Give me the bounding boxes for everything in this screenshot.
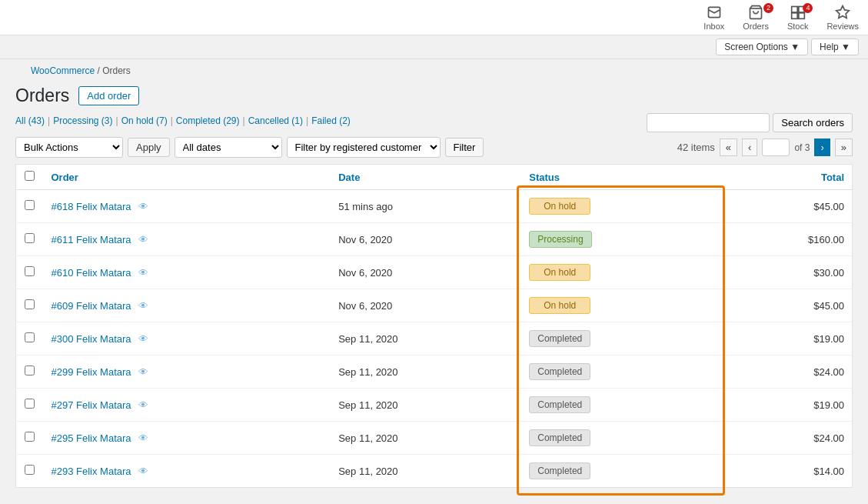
total-column-header[interactable]: Total [720, 165, 853, 190]
screen-options-button[interactable]: Screen Options ▼ [716, 38, 808, 55]
reviews-nav-item[interactable]: Reviews [826, 5, 859, 31]
filter-link-on-hold[interactable]: On hold (7) [121, 115, 168, 126]
date-cell: Nov 6, 2020 [331, 256, 521, 289]
first-page-button[interactable]: « [720, 139, 737, 156]
view-order-icon[interactable]: 👁 [138, 333, 148, 345]
select-all-checkbox[interactable] [25, 171, 35, 181]
orders-table: Order Date Status Total [15, 164, 853, 488]
status-column-header[interactable]: Status [521, 165, 720, 190]
order-link[interactable]: #618 Felix Matara [52, 201, 131, 212]
order-link[interactable]: #300 Felix Matara [52, 333, 131, 345]
status-badge: Completed [529, 396, 590, 413]
order-link[interactable]: #611 Felix Matara [52, 234, 131, 245]
order-link[interactable]: #299 Felix Matara [52, 366, 131, 378]
view-order-icon[interactable]: 👁 [138, 366, 148, 378]
bulk-actions-select[interactable]: Bulk Actions [15, 137, 123, 158]
breadcrumb-woocommerce-link[interactable]: WooCommerce [31, 65, 95, 76]
total-cell: $19.00 [720, 322, 853, 355]
row-checkbox[interactable] [25, 233, 35, 243]
total-cell: $160.00 [720, 223, 853, 256]
page-title-row: Orders Add order [15, 79, 853, 112]
toolbar-row: Bulk Actions Apply All dates Filter by r… [15, 137, 853, 158]
svg-rect-2 [791, 6, 797, 12]
order-cell: #297 Felix Matara 👁 [44, 389, 331, 422]
filter-link-failed[interactable]: Failed (2) [311, 115, 351, 126]
order-total: $45.00 [813, 201, 844, 212]
row-checkbox-cell [16, 389, 44, 422]
apply-button[interactable]: Apply [128, 138, 170, 157]
row-checkbox[interactable] [25, 200, 35, 210]
row-checkbox[interactable] [25, 432, 35, 442]
page-title: Orders [15, 85, 69, 106]
date-cell: Sep 11, 2020 [331, 389, 521, 422]
view-order-icon[interactable]: 👁 [138, 399, 148, 411]
main-content: WooCommerce / Orders Orders Add order Al… [0, 59, 868, 503]
toolbar-right: 42 items « ‹ 1 of 3 › » [677, 139, 853, 156]
view-order-icon[interactable]: 👁 [138, 432, 148, 444]
order-cell: #300 Felix Matara 👁 [44, 322, 331, 355]
help-button[interactable]: Help ▼ [811, 38, 859, 55]
order-cell: #611 Felix Matara 👁 [44, 223, 331, 256]
view-order-icon[interactable]: 👁 [138, 234, 148, 245]
row-checkbox[interactable] [25, 399, 35, 409]
all-dates-select[interactable]: All dates [175, 137, 282, 158]
items-count: 42 items [677, 142, 715, 153]
order-column-header[interactable]: Order [44, 165, 331, 190]
status-cell: On hold [521, 289, 720, 322]
row-checkbox[interactable] [25, 465, 35, 475]
order-total: $160.00 [808, 234, 844, 245]
prev-page-button[interactable]: ‹ [742, 139, 757, 156]
last-page-button[interactable]: » [835, 139, 853, 156]
search-orders-input[interactable] [647, 113, 770, 132]
next-page-button[interactable]: › [814, 139, 830, 156]
view-order-icon[interactable]: 👁 [138, 267, 148, 279]
filter-button[interactable]: Filter [445, 138, 484, 157]
date-column-header[interactable]: Date [331, 165, 521, 190]
filter-link-cancelled[interactable]: Cancelled (1) [248, 115, 303, 126]
order-link[interactable]: #295 Felix Matara [52, 432, 131, 444]
row-checkbox-cell [16, 422, 44, 455]
order-total: $14.00 [813, 466, 844, 477]
row-checkbox[interactable] [25, 332, 35, 342]
status-cell: On hold [521, 256, 720, 289]
current-page-input[interactable]: 1 [762, 139, 790, 156]
date-cell: Sep 11, 2020 [331, 422, 521, 455]
view-order-icon[interactable]: 👁 [138, 201, 148, 212]
row-checkbox-cell [16, 223, 44, 256]
order-date: Nov 6, 2020 [338, 300, 392, 312]
row-checkbox[interactable] [25, 266, 35, 276]
svg-marker-6 [836, 5, 850, 18]
row-checkbox[interactable] [25, 299, 35, 309]
order-total: $30.00 [813, 267, 844, 279]
orders-nav-item[interactable]: 2 Orders [743, 5, 769, 31]
row-checkbox[interactable] [25, 365, 35, 375]
view-order-icon[interactable]: 👁 [138, 300, 148, 312]
filter-link-processing[interactable]: Processing (3) [53, 115, 112, 126]
customer-filter-select[interactable]: Filter by registered customer [287, 137, 441, 158]
table-row: #618 Felix Matara 👁 51 mins ago On hold … [16, 190, 853, 223]
order-link[interactable]: #609 Felix Matara [52, 300, 131, 312]
status-cell: Completed [521, 389, 720, 422]
stock-nav-item[interactable]: 4 Stock [787, 5, 809, 31]
search-orders-button[interactable]: Search orders [773, 113, 853, 132]
filter-links-bar: All (43) | Processing (3) | On hold (7) … [15, 115, 351, 126]
reviews-nav-label: Reviews [826, 22, 859, 31]
filter-link-all[interactable]: All (43) [15, 115, 45, 126]
view-order-icon[interactable]: 👁 [138, 466, 148, 477]
order-total: $24.00 [813, 432, 844, 444]
order-date: Sep 11, 2020 [338, 432, 397, 444]
orders-nav-label: Orders [743, 22, 769, 31]
add-order-button[interactable]: Add order [78, 86, 139, 105]
total-cell: $24.00 [720, 422, 853, 455]
order-link[interactable]: #610 Felix Matara [52, 267, 131, 279]
status-badge: Completed [529, 330, 590, 347]
inbox-nav-item[interactable]: Inbox [703, 5, 724, 31]
date-cell: Sep 11, 2020 [331, 355, 521, 389]
status-cell: Completed [521, 422, 720, 455]
order-link[interactable]: #293 Felix Matara [52, 466, 131, 477]
order-link[interactable]: #297 Felix Matara [52, 399, 131, 411]
table-row: #611 Felix Matara 👁 Nov 6, 2020 Processi… [16, 223, 853, 256]
filter-link-completed[interactable]: Completed (29) [176, 115, 240, 126]
total-cell: $45.00 [720, 289, 853, 322]
inbox-label: Inbox [703, 22, 724, 31]
